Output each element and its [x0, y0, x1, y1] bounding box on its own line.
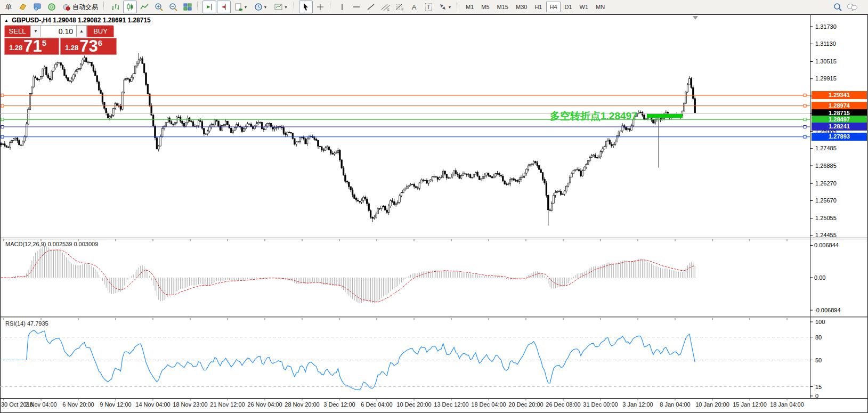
macd-label: MACD(12,26,9) 0.002539 0.003009 — [5, 241, 98, 247]
timeframe-h1[interactable]: H1 — [531, 2, 545, 12]
vertical-line-icon — [338, 3, 346, 11]
volume-increase-button[interactable]: ▲ — [76, 25, 87, 37]
date-label-1: 2 Nov 04:00 — [25, 401, 56, 408]
chevron-down-icon: ▼ — [284, 5, 288, 9]
timeframe-m30[interactable]: M30 — [513, 2, 530, 12]
price-tick-1.26885: 1.26885 — [815, 163, 837, 169]
chat-button[interactable] — [845, 1, 859, 13]
auto-scroll-button[interactable] — [202, 1, 216, 13]
search-button[interactable] — [831, 1, 845, 13]
timeframe-m5[interactable]: M5 — [478, 2, 492, 12]
new-order-label: 单 — [5, 3, 12, 12]
zoom-out-button[interactable] — [166, 1, 180, 13]
fibonacci-button[interactable]: F — [393, 1, 407, 13]
toolbar: 单 自动交易 — [0, 0, 868, 14]
cursor-button[interactable] — [299, 1, 313, 13]
chart-title: ▲ GBPUSD-,H4 1.29048 1.29082 1.28691 1.2… — [4, 17, 151, 24]
tile-windows-button[interactable] — [181, 1, 194, 13]
date-label-16: 31 Dec 00:00 — [583, 401, 618, 408]
crosshair-icon — [316, 3, 325, 11]
price-badge-1.29341: 1.29341 — [812, 91, 867, 99]
horizontal-line-button[interactable] — [350, 1, 363, 13]
rsi-label: RSI(14) 47.7935 — [5, 320, 48, 327]
date-label-7: 26 Nov 04:00 — [247, 401, 282, 408]
date-label-9: 3 Dec 12:00 — [323, 401, 355, 408]
timeframe-m15[interactable]: M15 — [494, 2, 512, 12]
date-label-3: 9 Nov 12:00 — [100, 401, 131, 408]
sell-price-display[interactable]: 1.28 71 5 — [4, 38, 59, 55]
buy-price-pip: 6 — [98, 38, 102, 47]
sell-button[interactable]: SELL — [4, 25, 30, 37]
timeframe-m1[interactable]: M1 — [463, 2, 477, 12]
data-window-button[interactable] — [45, 1, 59, 13]
date-label-15: 26 Dec 08:00 — [546, 401, 580, 408]
pivot-annotation[interactable]: 多空转折点1.28497 — [550, 109, 637, 123]
new-order-button[interactable]: 单 — [2, 1, 15, 13]
buy-price-big: 73 — [79, 39, 98, 53]
indicators-button[interactable]: ▼ — [231, 1, 250, 13]
green-bar-object[interactable] — [647, 114, 683, 118]
sell-price-pip: 5 — [42, 38, 46, 47]
periods-clock-icon — [254, 3, 263, 11]
rsi-level-50: 50 — [815, 357, 822, 363]
text-label-button[interactable]: T — [421, 1, 435, 13]
vertical-line-button[interactable] — [335, 1, 349, 13]
candlestick-chart-button[interactable] — [123, 1, 137, 13]
timeframe-d1[interactable]: D1 — [562, 2, 575, 12]
price-tick-1.29915: 1.29915 — [815, 75, 837, 82]
channel-button[interactable]: E — [378, 1, 392, 13]
market-watch-icon — [18, 3, 28, 11]
arrows-icon — [439, 3, 447, 11]
date-label-17: 3 Jan 12:00 — [622, 401, 653, 408]
horizontal-line-icon — [352, 3, 361, 11]
rsi-level-15: 15 — [815, 384, 822, 390]
date-label-8: 28 Nov 20:00 — [285, 401, 319, 408]
text-label-icon: T — [425, 3, 432, 11]
chart-title-text: GBPUSD-,H4 1.29048 1.29082 1.28691 1.287… — [12, 17, 151, 24]
templates-icon — [274, 3, 283, 11]
navigator-button[interactable] — [30, 1, 44, 13]
chart-canvas[interactable] — [0, 0, 868, 413]
trendline-button[interactable] — [364, 1, 378, 13]
price-tick-1.25670: 1.25670 — [815, 197, 837, 204]
timeframe-h4[interactable]: H4 — [546, 2, 560, 12]
date-label-12: 13 Dec 12:00 — [434, 401, 468, 408]
chart-shift-button[interactable] — [217, 1, 231, 13]
volume-decrease-button[interactable]: ▼ — [30, 25, 41, 37]
collapse-arrow-icon: ▲ — [4, 18, 9, 23]
bar-chart-button[interactable] — [109, 1, 123, 13]
volume-input[interactable] — [41, 25, 76, 37]
buy-button[interactable]: BUY — [87, 25, 114, 37]
toolbar-separator — [103, 2, 106, 12]
date-label-6: 21 Nov 12:00 — [210, 401, 245, 408]
date-label-4: 14 Nov 04:00 — [135, 401, 170, 408]
arrows-button[interactable]: ▼ — [436, 1, 454, 13]
price-badge-1.28497: 1.28497 — [812, 116, 867, 124]
buy-price-display[interactable]: 1.28 73 6 — [60, 38, 117, 55]
line-chart-icon — [140, 3, 149, 11]
market-watch-button[interactable] — [16, 1, 30, 13]
autotrading-button[interactable]: 自动交易 — [59, 1, 101, 13]
cursor-icon — [302, 3, 310, 11]
search-icon — [833, 3, 842, 12]
price-tick-1.30515: 1.30515 — [815, 58, 837, 64]
date-label-21: 18 Jan 04:00 — [770, 401, 804, 408]
date-label-5: 18 Nov 23:00 — [173, 401, 207, 408]
toolbar-separator — [457, 2, 459, 12]
macd-tick-0.006844: 0.006844 — [814, 242, 839, 248]
templates-button[interactable]: ▼ — [271, 1, 291, 13]
date-label-19: 10 Jan 20:00 — [695, 401, 729, 408]
price-tick-1.31130: 1.31130 — [815, 41, 836, 47]
line-chart-button[interactable] — [137, 1, 151, 13]
price-tick-1.24455: 1.24455 — [815, 232, 837, 238]
svg-text:E: E — [387, 8, 390, 11]
trendline-icon — [367, 3, 375, 11]
rsi-level-80: 80 — [815, 334, 822, 341]
timeframe-mn[interactable]: MN — [593, 2, 608, 12]
crosshair-button[interactable] — [313, 1, 327, 13]
zoom-in-button[interactable] — [152, 1, 166, 13]
periods-button[interactable]: ▼ — [251, 1, 270, 13]
timeframe-w1[interactable]: W1 — [577, 2, 592, 12]
toolbar-separator — [197, 2, 200, 12]
text-button[interactable]: A — [407, 1, 421, 13]
